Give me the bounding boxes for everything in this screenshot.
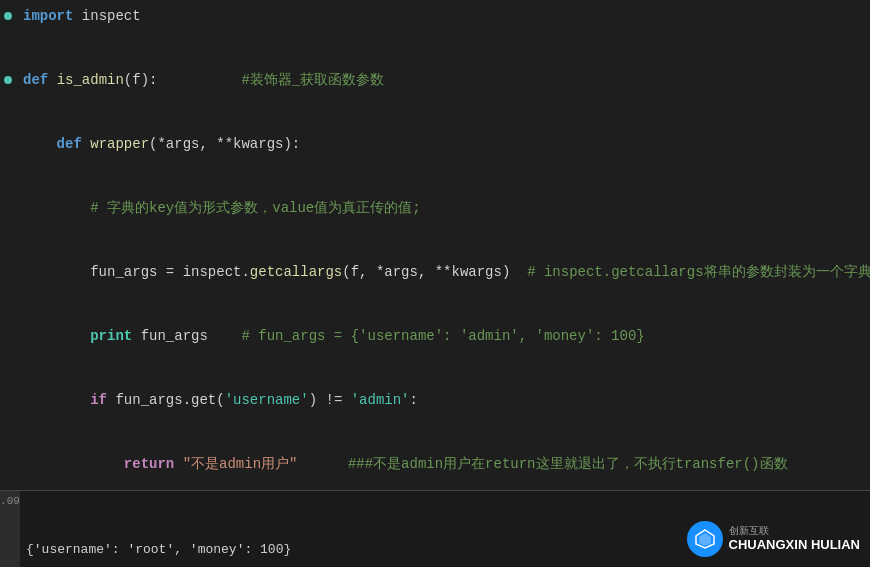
line-content-12 [15,353,870,383]
code-line-2 [0,32,870,64]
line-content-9: fun_args = inspect.getcallargs(f, *args,… [15,257,870,287]
code-line-6 [0,160,870,192]
line-content-8 [15,225,870,255]
gutter-3 [0,76,15,84]
code-line-13: if fun_args.get('username') != 'admin': [0,384,870,416]
code-line-10 [0,288,870,320]
line-content-16 [15,481,870,490]
code-line-15: return "不是admin用户" ###不是admin用户在return这里… [0,448,870,480]
code-line-3: def is_admin(f): #装饰器_获取函数参数 [0,64,870,96]
code-editor: import inspect def is_admin(f): #装饰器_获取函… [0,0,870,490]
watermark-icon [687,521,723,557]
code-line-11: print fun_args # fun_args = {'username':… [0,320,870,352]
code-line-4 [0,96,870,128]
line-content-6 [15,161,870,191]
code-line-16 [0,480,870,490]
watermark-label: 创新互联 CHUANGXIN HULIAN [729,524,860,554]
code-line-8 [0,224,870,256]
line-content-7: # 字典的key值为形式参数，value值为真正传的值; [15,193,870,223]
line-content-13: if fun_args.get('username') != 'admin': [15,385,870,415]
line-content-10 [15,289,870,319]
line-content-15: return "不是admin用户" ###不是admin用户在return这里… [15,449,870,479]
gutter-1 [0,12,15,20]
line-content-14 [15,417,870,447]
code-line-14 [0,416,870,448]
line-content-11: print fun_args # fun_args = {'username':… [15,321,870,351]
line-content-2 [15,33,870,63]
line-content-4 [15,97,870,127]
code-line-9: fun_args = inspect.getcallargs(f, *args,… [0,256,870,288]
code-line-1: import inspect [0,0,870,32]
code-line-7: # 字典的key值为形式参数，value值为真正传的值; [0,192,870,224]
line-content-3: def is_admin(f): #装饰器_获取函数参数 [15,65,870,95]
svg-marker-1 [699,533,711,546]
output-line-number: .09 [0,491,20,567]
code-line-5: def wrapper(*args, **kwargs): [0,128,870,160]
code-line-12 [0,352,870,384]
line-content-1: import inspect [15,1,870,31]
watermark: 创新互联 CHUANGXIN HULIAN [687,521,860,557]
line-content-5: def wrapper(*args, **kwargs): [15,129,870,159]
